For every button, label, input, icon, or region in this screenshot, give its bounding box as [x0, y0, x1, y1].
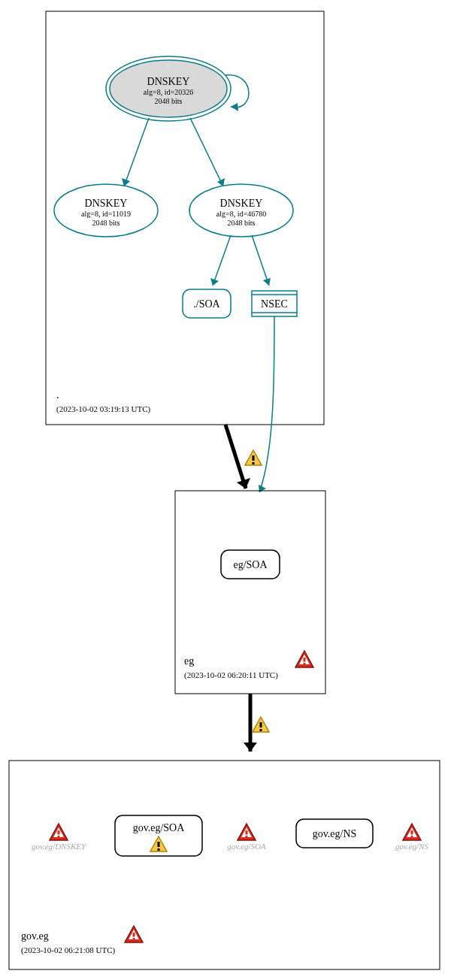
goveg-ns-label: gov.eg/NS — [313, 828, 357, 839]
zone-root-timestamp: (2023-10-02 03:19:13 UTC) — [56, 404, 151, 414]
root-zsk2-bits: 2048 bits — [228, 219, 256, 227]
error-icon — [403, 824, 421, 840]
root-ksk-params: alg=8, id=20326 — [144, 88, 193, 96]
root-zsk1-params: alg=8, id=11019 — [81, 210, 131, 218]
zone-goveg-timestamp: (2023-10-02 06:21:08 UTC) — [21, 945, 116, 955]
error-icon — [238, 824, 256, 840]
goveg-ghost-dnskey: gov.eg/DNSKEY — [32, 842, 87, 851]
zone-goveg-name: gov.eg — [21, 930, 49, 942]
warning-icon — [253, 717, 269, 732]
edge-root-eg — [225, 425, 246, 488]
edge-zsk2-nsec — [252, 235, 269, 286]
root-zsk1-title: DNSKEY — [85, 198, 128, 209]
edge-zsk2-soa — [213, 235, 231, 286]
goveg-ghost-ns: gov.eg/NS — [395, 842, 429, 851]
root-zsk2-title: DNSKEY — [220, 198, 263, 209]
root-zsk2-params: alg=8, id=46780 — [216, 210, 266, 218]
goveg-ghost-soa: gov.eg/SOA — [227, 842, 266, 851]
root-nsec-label: NSEC — [261, 298, 288, 310]
arrow-eg-goveg — [244, 743, 257, 752]
edge-nsec-eg — [259, 316, 274, 492]
eg-soa-label: eg/SOA — [233, 559, 268, 570]
error-icon — [125, 926, 143, 942]
arrow-zsk2-nsec — [263, 278, 271, 286]
zone-eg-timestamp: (2023-10-02 06:20:11 UTC) — [184, 670, 278, 680]
arrow-ksk-selfloop — [231, 103, 238, 111]
edge-ksk-zsk2 — [190, 118, 223, 186]
zone-goveg-box — [9, 761, 440, 969]
zone-eg-name: eg — [184, 655, 194, 667]
root-soa-label: ./SOA — [193, 298, 220, 310]
root-ksk-title: DNSKEY — [147, 76, 190, 87]
error-icon — [50, 824, 68, 840]
error-icon — [295, 651, 313, 667]
goveg-soa-label: gov.eg/SOA — [133, 822, 186, 833]
edge-ksk-zsk1 — [124, 118, 149, 186]
root-ksk-bits: 2048 bits — [155, 97, 183, 105]
zone-root-name: . — [56, 389, 59, 401]
warning-icon — [245, 450, 262, 465]
root-zsk1-bits: 2048 bits — [92, 219, 120, 227]
